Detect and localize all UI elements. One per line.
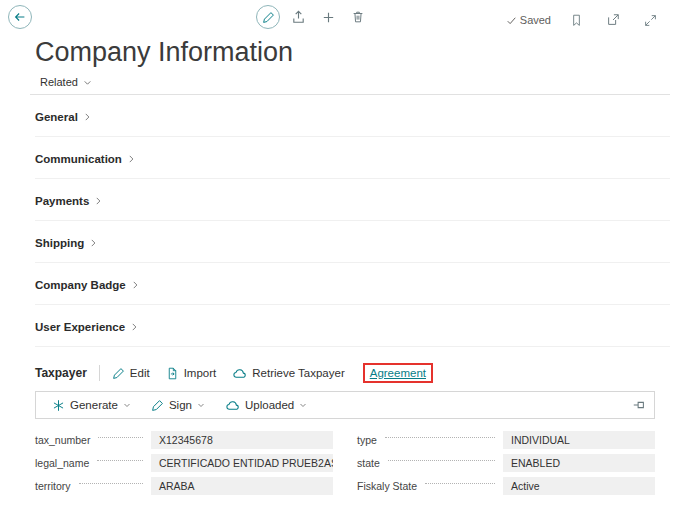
edit-pencil-icon: [262, 11, 275, 24]
share-icon: [291, 10, 306, 25]
check-icon: [506, 15, 517, 26]
delete-button[interactable]: [346, 5, 370, 29]
fields-right-column: type INDIVIDUAL state ENABLED Fiskaly St…: [357, 431, 655, 495]
generate-menu-button[interactable]: Generate: [44, 394, 139, 416]
cloud-icon: [232, 366, 247, 381]
cloud-icon: [225, 398, 240, 413]
field-label: tax_number: [35, 434, 90, 446]
chevron-right-icon: [88, 238, 98, 248]
field-label: Fiskaly State: [357, 480, 417, 492]
uploaded-menu-button[interactable]: Uploaded: [217, 394, 315, 416]
save-status: Saved: [506, 14, 551, 26]
section-user-experience[interactable]: User Experience: [35, 305, 670, 347]
section-shipping[interactable]: Shipping: [35, 221, 670, 263]
field-label: legal_name: [35, 457, 89, 469]
dotted-leader: [98, 437, 143, 438]
section-label: Company Badge: [35, 279, 126, 291]
menu-bar: Related: [30, 72, 670, 95]
section-company-badge[interactable]: Company Badge: [35, 263, 670, 305]
chevron-down-icon: [83, 78, 92, 87]
field-fiskaly-state: Fiskaly State Active: [357, 477, 655, 495]
vertical-divider: [99, 365, 100, 381]
bookmark-button[interactable]: [564, 8, 588, 32]
dotted-leader: [388, 460, 495, 461]
section-label: Shipping: [35, 237, 84, 249]
page-title: Company Information: [35, 36, 700, 68]
fasttab-list: General Communication Payments Shipping …: [35, 95, 670, 347]
pin-button[interactable]: [632, 398, 646, 412]
dotted-leader: [79, 483, 143, 484]
related-menu-button[interactable]: Related: [40, 76, 92, 88]
agreement-action[interactable]: Agreement: [370, 367, 426, 379]
section-label: Payments: [35, 195, 89, 207]
chevron-down-icon: [123, 401, 131, 409]
sign-menu-button[interactable]: Sign: [143, 394, 213, 416]
retrieve-taxpayer-action-label: Retrieve Taxpayer: [252, 367, 344, 379]
import-action-label: Import: [184, 367, 217, 379]
popout-icon: [606, 13, 620, 27]
add-icon: [321, 10, 336, 25]
chevron-right-icon: [129, 322, 139, 332]
back-button[interactable]: [8, 5, 32, 29]
chevron-right-icon: [82, 112, 92, 122]
field-tax-number: tax_number X12345678: [35, 431, 333, 449]
record-actions: [256, 5, 372, 29]
chevron-down-icon: [197, 401, 205, 409]
field-value[interactable]: X12345678: [151, 431, 333, 449]
section-label: Communication: [35, 153, 122, 165]
field-value[interactable]: ARABA: [151, 477, 333, 495]
sign-icon: [151, 399, 164, 412]
uploaded-menu-label: Uploaded: [245, 399, 294, 411]
field-value[interactable]: Active: [503, 477, 655, 495]
delete-icon: [351, 10, 365, 24]
new-button[interactable]: [316, 5, 340, 29]
chevron-right-icon: [130, 280, 140, 290]
window-controls: Saved: [506, 8, 662, 32]
edit-action-label: Edit: [130, 367, 150, 379]
share-button[interactable]: [286, 5, 310, 29]
field-value[interactable]: INDIVIDUAL: [503, 431, 655, 449]
chevron-right-icon: [126, 154, 136, 164]
pin-icon: [632, 398, 646, 412]
annotation-highlight-box: Agreement: [363, 363, 433, 383]
field-label: state: [357, 457, 380, 469]
edit-button[interactable]: [256, 5, 280, 29]
generate-icon: [52, 399, 65, 412]
chevron-right-icon: [93, 196, 103, 206]
top-command-bar: Saved: [0, 0, 700, 34]
chevron-down-icon: [299, 401, 307, 409]
taxpayer-part: Taxpayer Edit Import Retrieve Taxpayer A…: [35, 363, 655, 495]
back-icon: [13, 10, 27, 24]
edit-action[interactable]: Edit: [112, 367, 150, 380]
field-value[interactable]: ENABLED: [503, 454, 655, 472]
dotted-leader: [385, 437, 495, 438]
field-state: state ENABLED: [357, 454, 655, 472]
edit-pencil-icon: [112, 367, 125, 380]
dotted-leader: [425, 483, 495, 484]
section-label: General: [35, 111, 78, 123]
section-label: User Experience: [35, 321, 125, 333]
taxpayer-fields: tax_number X12345678 legal_name CERTIFIC…: [35, 431, 655, 495]
expand-button[interactable]: [638, 8, 662, 32]
fields-left-column: tax_number X12345678 legal_name CERTIFIC…: [35, 431, 333, 495]
import-icon: [166, 367, 179, 380]
field-territory: territory ARABA: [35, 477, 333, 495]
dotted-leader: [97, 460, 143, 461]
field-label: type: [357, 434, 377, 446]
field-legal-name: legal_name CERTIFICADO ENTIDAD PRUEB2AS: [35, 454, 333, 472]
expand-icon: [644, 14, 657, 27]
retrieve-taxpayer-action[interactable]: Retrieve Taxpayer: [232, 366, 344, 381]
section-general[interactable]: General: [35, 95, 670, 137]
taxpayer-toolbar: Generate Sign Uploaded: [35, 391, 655, 419]
section-communication[interactable]: Communication: [35, 137, 670, 179]
popout-button[interactable]: [601, 8, 625, 32]
related-menu-label: Related: [40, 76, 78, 88]
import-action[interactable]: Import: [166, 367, 217, 380]
agreement-action-label: Agreement: [370, 367, 426, 379]
save-status-label: Saved: [520, 14, 551, 26]
field-label: territory: [35, 480, 71, 492]
sign-menu-label: Sign: [169, 399, 192, 411]
generate-menu-label: Generate: [70, 399, 118, 411]
section-payments[interactable]: Payments: [35, 179, 670, 221]
field-value[interactable]: CERTIFICADO ENTIDAD PRUEB2AS: [151, 454, 333, 472]
